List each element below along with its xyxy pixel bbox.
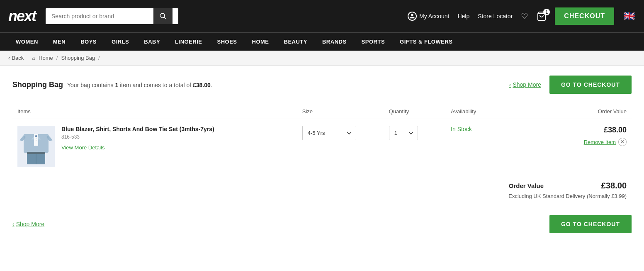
bag-header-right: ‹ Shop More GO TO CHECKOUT bbox=[509, 76, 632, 94]
col-header-availability: Availability bbox=[446, 104, 532, 119]
subtitle-suffix: . bbox=[211, 82, 212, 88]
product-image bbox=[17, 126, 55, 167]
header-checkout-button[interactable]: CHECKOUT bbox=[555, 7, 614, 25]
store-locator-action[interactable]: Store Locator bbox=[478, 13, 513, 20]
subtitle-middle: item and comes to a total of bbox=[118, 82, 193, 88]
basket-count: 1 bbox=[543, 9, 550, 15]
nav-item-beauty[interactable]: BEAUTY bbox=[277, 33, 315, 51]
breadcrumb-bar: ‹ Back ⌂ Home / Shopping Bag / bbox=[0, 51, 644, 66]
svg-point-4 bbox=[36, 140, 36, 141]
bag-title-area: Shopping Bag Your bag contains 1 item an… bbox=[12, 81, 212, 89]
site-logo[interactable]: next bbox=[8, 7, 36, 25]
nav-item-lingerie[interactable]: LINGERIE bbox=[168, 33, 209, 51]
go-to-checkout-button-top[interactable]: GO TO CHECKOUT bbox=[549, 76, 632, 94]
nav-item-girls[interactable]: GIRLS bbox=[104, 33, 136, 51]
nav-item-baby[interactable]: BABY bbox=[136, 33, 168, 51]
col-header-quantity: Quantity bbox=[384, 104, 446, 119]
quantity-select[interactable]: 1 2 3 4 5 bbox=[389, 126, 418, 140]
breadcrumb-sep-1: / bbox=[56, 55, 58, 61]
search-input[interactable] bbox=[46, 9, 153, 24]
site-header: next My Account Help Store Locator ♡ bbox=[0, 0, 644, 32]
help-label: Help bbox=[457, 13, 469, 20]
svg-rect-7 bbox=[27, 152, 45, 154]
remove-item-button[interactable]: ✕ bbox=[618, 138, 627, 146]
bottom-bar: ‹ Shop More GO TO CHECKOUT bbox=[12, 211, 632, 233]
help-action[interactable]: Help bbox=[457, 13, 469, 20]
account-action[interactable]: My Account bbox=[408, 12, 449, 21]
remove-area: Remove Item ✕ bbox=[537, 134, 627, 146]
bag-total: £38.00 bbox=[193, 82, 211, 88]
search-button[interactable] bbox=[153, 8, 173, 24]
product-name: Blue Blazer, Shirt, Shorts And Bow Tie S… bbox=[61, 126, 292, 132]
order-summary-row: Order Value £38.00 bbox=[509, 181, 627, 190]
nav-item-men[interactable]: MEN bbox=[46, 33, 73, 51]
nav-item-shoes[interactable]: SHOES bbox=[210, 33, 245, 51]
col-header-items: Items bbox=[12, 104, 297, 119]
main-content: Shopping Bag Your bag contains 1 item an… bbox=[0, 66, 644, 243]
shop-more-chevron-icon: ‹ bbox=[509, 81, 511, 88]
view-more-details-link[interactable]: View More Details bbox=[61, 144, 105, 151]
breadcrumb-home[interactable]: Home bbox=[39, 55, 53, 61]
breadcrumb-sep-2: / bbox=[98, 55, 100, 61]
nav-item-women[interactable]: WOMEN bbox=[8, 33, 46, 51]
order-summary: Order Value £38.00 Excluding UK Standard… bbox=[12, 181, 632, 199]
col-header-size: Size bbox=[297, 104, 384, 119]
heart-icon: ♡ bbox=[521, 11, 528, 21]
main-nav: WOMEN MEN BOYS GIRLS BABY LINGERIE SHOES… bbox=[0, 32, 644, 51]
product-code: 816-533 bbox=[61, 134, 292, 140]
nav-item-boys[interactable]: BOYS bbox=[73, 33, 104, 51]
table-row: Blue Blazer, Shirt, Shorts And Bow Tie S… bbox=[12, 119, 632, 174]
price-cell: £38.00 Remove Item ✕ bbox=[532, 119, 632, 174]
remove-item-link[interactable]: Remove Item bbox=[584, 139, 616, 145]
bottom-shop-more-chevron-icon: ‹ bbox=[12, 221, 15, 227]
availability-cell: In Stock bbox=[446, 119, 532, 174]
col-header-order-value: Order Value bbox=[532, 104, 632, 119]
nav-item-sports[interactable]: SPORTS bbox=[354, 33, 392, 51]
wishlist-action[interactable]: ♡ bbox=[521, 11, 528, 21]
svg-point-3 bbox=[36, 138, 36, 139]
bag-subtitle: Your bag contains 1 item and comes to a … bbox=[67, 82, 212, 88]
items-table: Items Size Quantity Availability Order V… bbox=[12, 104, 632, 174]
delivery-note: Excluding UK Standard Delivery (Normally… bbox=[508, 193, 627, 199]
qty-cell: 1 2 3 4 5 bbox=[384, 119, 446, 174]
go-to-checkout-button-bottom[interactable]: GO TO CHECKOUT bbox=[549, 215, 632, 233]
in-stock-badge: In Stock bbox=[451, 126, 472, 132]
product-cell: Blue Blazer, Shirt, Shorts And Bow Tie S… bbox=[12, 119, 297, 174]
account-label: My Account bbox=[419, 13, 449, 20]
item-price: £38.00 bbox=[537, 126, 627, 134]
breadcrumb-current: Shopping Bag bbox=[61, 55, 95, 61]
basket-action[interactable]: 1 bbox=[537, 11, 547, 21]
order-summary-label: Order Value bbox=[509, 182, 544, 189]
bag-title: Shopping Bag bbox=[12, 81, 63, 89]
order-summary-value: £38.00 bbox=[593, 181, 627, 190]
search-icon bbox=[159, 12, 167, 20]
account-icon bbox=[408, 12, 417, 21]
nav-item-home[interactable]: HOME bbox=[245, 33, 277, 51]
home-icon: ⌂ bbox=[32, 55, 35, 61]
back-link[interactable]: ‹ Back bbox=[8, 55, 24, 61]
country-flag[interactable]: 🇬🇧 bbox=[622, 10, 636, 23]
table-header: Items Size Quantity Availability Order V… bbox=[12, 104, 632, 119]
size-select[interactable]: 4-5 Yrs 3-4 Yrs 5-6 Yrs 6-7 Yrs bbox=[302, 126, 356, 140]
subtitle-prefix: Your bag contains bbox=[67, 82, 115, 88]
header-actions: My Account Help Store Locator ♡ 1 CHECKO… bbox=[408, 7, 636, 25]
product-info: Blue Blazer, Shirt, Shorts And Bow Tie S… bbox=[61, 126, 292, 151]
shop-more-link-bottom[interactable]: ‹ Shop More bbox=[12, 221, 44, 227]
size-cell: 4-5 Yrs 3-4 Yrs 5-6 Yrs 6-7 Yrs bbox=[297, 119, 384, 174]
back-chevron-icon: ‹ bbox=[8, 55, 10, 61]
search-bar bbox=[46, 8, 178, 24]
table-body: Blue Blazer, Shirt, Shorts And Bow Tie S… bbox=[12, 119, 632, 174]
nav-item-brands[interactable]: BRANDS bbox=[315, 33, 354, 51]
shop-more-link-top[interactable]: ‹ Shop More bbox=[509, 81, 541, 88]
product-cell-inner: Blue Blazer, Shirt, Shorts And Bow Tie S… bbox=[17, 126, 292, 167]
bag-header: Shopping Bag Your bag contains 1 item an… bbox=[12, 76, 632, 94]
product-image-svg bbox=[19, 128, 53, 165]
nav-item-gifts[interactable]: GIFTS & FLOWERS bbox=[392, 33, 460, 51]
store-locator-label: Store Locator bbox=[478, 13, 513, 20]
